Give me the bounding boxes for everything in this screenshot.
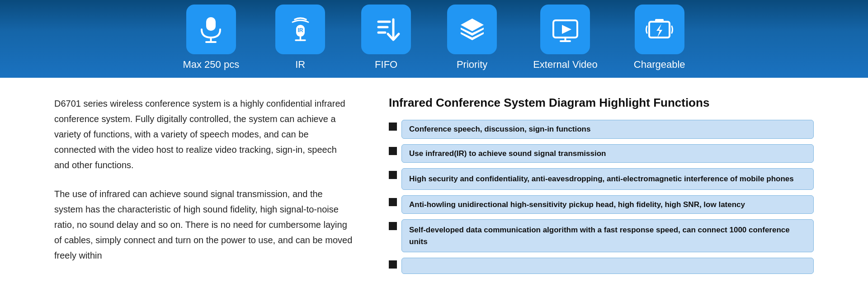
list-item xyxy=(389,258,814,274)
svg-rect-0 xyxy=(206,17,216,31)
right-title: Infrared Conference System Diagram Highl… xyxy=(389,96,814,110)
feature-tag: High security and confidentiality, anti-… xyxy=(401,168,814,190)
feature-tag: Self-developed data communication algori… xyxy=(401,219,814,252)
svg-text:IR: IR xyxy=(297,27,303,33)
list-item: Conference speech, discussion, sign-in f… xyxy=(389,120,814,139)
microphone-icon xyxy=(196,15,226,44)
ir-icon-box: IR xyxy=(275,5,325,54)
priority-icon xyxy=(458,15,487,44)
external-video-label: External Video xyxy=(533,59,598,71)
fifo-icon-box xyxy=(361,5,411,54)
description-paragraph2: The use of infrared can achieve sound si… xyxy=(54,186,353,263)
chargeable-icon xyxy=(645,15,674,44)
fifo-icon xyxy=(372,15,401,44)
priority-icon-box xyxy=(447,5,497,54)
bullet-icon xyxy=(389,147,397,155)
list-item: Anti-howling unidirectional high-sensiti… xyxy=(389,195,814,214)
svg-rect-19 xyxy=(655,19,664,23)
bullet-icon xyxy=(389,171,397,179)
ir-label: IR xyxy=(295,59,305,71)
feature-chargeable[interactable]: Chargeable xyxy=(634,5,685,78)
right-column: Infrared Conference System Diagram Highl… xyxy=(389,96,814,277)
top-banner: Max 250 pcs IR IR xyxy=(0,0,868,78)
bullet-icon xyxy=(389,198,397,206)
chargeable-icon-box xyxy=(635,5,684,54)
main-content: D6701 series wireless conference system … xyxy=(0,78,868,283)
feature-max250[interactable]: Max 250 pcs xyxy=(183,5,239,78)
description-paragraph1: D6701 series wireless conference system … xyxy=(54,96,353,173)
bullet-icon xyxy=(389,222,397,230)
feature-list: Conference speech, discussion, sign-in f… xyxy=(389,120,814,274)
ir-icon: IR xyxy=(286,15,315,44)
list-item: High security and confidentiality, anti-… xyxy=(389,168,814,190)
list-item: Use infrared(IR) to achieve sound signal… xyxy=(389,144,814,163)
video-icon xyxy=(551,15,580,44)
bullet-icon xyxy=(389,123,397,131)
bullet-icon xyxy=(389,260,397,269)
left-column: D6701 series wireless conference system … xyxy=(54,96,353,277)
max250-icon-box xyxy=(186,5,236,54)
svg-rect-18 xyxy=(649,22,670,38)
feature-fifo[interactable]: FIFO xyxy=(361,5,411,78)
feature-ir[interactable]: IR IR xyxy=(275,5,325,78)
fifo-label: FIFO xyxy=(375,59,397,71)
external-video-icon-box xyxy=(540,5,590,54)
feature-priority[interactable]: Priority xyxy=(447,5,497,78)
feature-tag: Use infrared(IR) to achieve sound signal… xyxy=(401,144,814,163)
feature-tag: Conference speech, discussion, sign-in f… xyxy=(401,120,814,139)
svg-marker-20 xyxy=(656,24,662,38)
list-item: Self-developed data communication algori… xyxy=(389,219,814,252)
svg-marker-15 xyxy=(562,25,571,34)
chargeable-label: Chargeable xyxy=(634,59,685,71)
feature-tag xyxy=(401,258,814,274)
max250-label: Max 250 pcs xyxy=(183,59,239,71)
priority-label: Priority xyxy=(457,59,487,71)
feature-external-video[interactable]: External Video xyxy=(533,5,598,78)
feature-tag: Anti-howling unidirectional high-sensiti… xyxy=(401,195,814,214)
